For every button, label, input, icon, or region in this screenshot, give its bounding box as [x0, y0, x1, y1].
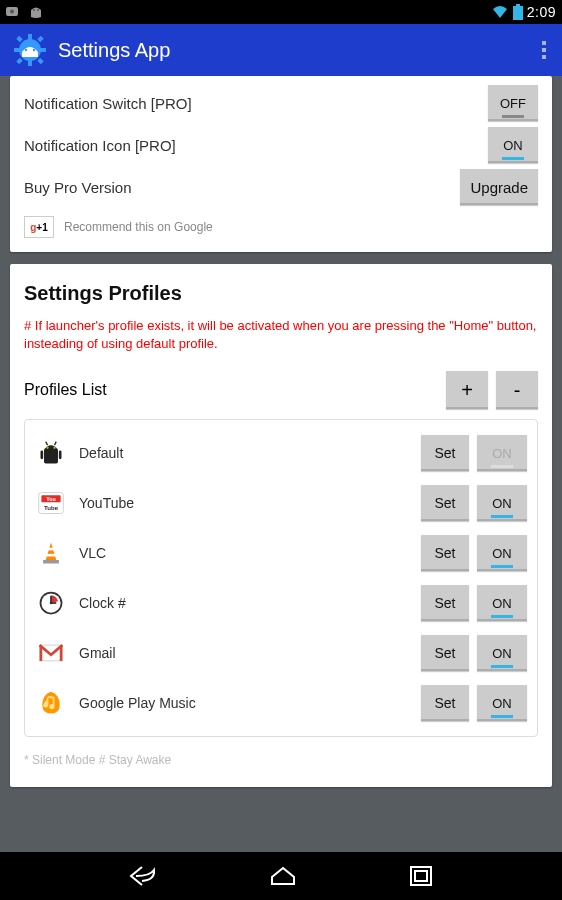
wifi-icon: [491, 5, 509, 19]
profile-name: Default: [79, 445, 409, 461]
profile-name: Gmail: [79, 645, 409, 661]
app-icon: [12, 32, 48, 68]
svg-rect-8: [28, 60, 32, 66]
android-icon: [35, 437, 67, 469]
profile-toggle[interactable]: ON: [477, 585, 527, 621]
setting-label: Buy Pro Version: [24, 179, 132, 196]
clock-icon: [35, 587, 67, 619]
svg-text:You: You: [46, 497, 56, 503]
home-button[interactable]: [268, 864, 298, 888]
back-button[interactable]: [128, 864, 158, 888]
remove-profile-button[interactable]: -: [496, 371, 538, 409]
vlc-icon: [35, 537, 67, 569]
profiles-card: Settings Profiles # If launcher's profil…: [10, 264, 552, 787]
recent-apps-button[interactable]: [408, 864, 434, 888]
svg-line-22: [55, 442, 57, 446]
list-item: YouTube YouTube Set ON: [35, 478, 527, 528]
svg-point-16: [33, 49, 35, 51]
play-music-icon: [35, 687, 67, 719]
svg-point-15: [25, 49, 27, 51]
app-title: Settings App: [58, 39, 538, 62]
svg-text:Tube: Tube: [44, 504, 59, 511]
legend-text: * Silent Mode # Stay Awake: [24, 753, 538, 767]
list-item: VLC Set ON: [35, 528, 527, 578]
profile-name: Clock #: [79, 595, 409, 611]
set-button[interactable]: Set: [421, 435, 469, 471]
google-plus-row[interactable]: g+1 Recommend this on Google: [24, 216, 538, 238]
svg-rect-17: [41, 451, 44, 460]
profiles-list-title: Profiles List: [24, 381, 107, 399]
setting-label: Notification Icon [PRO]: [24, 137, 176, 154]
profile-name: VLC: [79, 545, 409, 561]
setting-label: Notification Switch [PRO]: [24, 95, 192, 112]
svg-point-3: [37, 9, 39, 11]
android-debug-icon: [28, 5, 44, 19]
list-item: Default Set ON: [35, 428, 527, 478]
navigation-bar: [0, 852, 562, 900]
setting-row: Notification Switch [PRO] OFF: [24, 82, 538, 124]
svg-rect-13: [16, 58, 22, 64]
svg-line-21: [46, 442, 48, 446]
list-item: Clock # Set ON: [35, 578, 527, 628]
profiles-hint: # If launcher's profile exists, it will …: [24, 317, 538, 353]
profile-toggle[interactable]: ON: [477, 635, 527, 671]
gplus-badge-icon: g+1: [24, 216, 54, 238]
svg-point-1: [10, 10, 14, 14]
gplus-text: Recommend this on Google: [64, 220, 213, 234]
svg-rect-28: [47, 554, 56, 557]
upgrade-button[interactable]: Upgrade: [460, 169, 538, 205]
svg-rect-14: [37, 58, 43, 64]
set-button[interactable]: Set: [421, 685, 469, 721]
profile-toggle[interactable]: ON: [477, 485, 527, 521]
set-button[interactable]: Set: [421, 635, 469, 671]
top-settings-card: Notification Switch [PRO] OFF Notificati…: [10, 76, 552, 252]
svg-rect-5: [516, 4, 520, 6]
profile-name: Google Play Music: [79, 695, 409, 711]
notification-icon-toggle[interactable]: ON: [488, 127, 538, 163]
clock-time: 2:09: [527, 4, 556, 20]
svg-rect-4: [513, 6, 523, 20]
setting-row: Buy Pro Version Upgrade: [24, 166, 538, 208]
set-button[interactable]: Set: [421, 535, 469, 571]
youtube-icon: YouTube: [35, 487, 67, 519]
svg-rect-9: [14, 48, 20, 52]
profile-toggle[interactable]: ON: [477, 435, 527, 471]
notification-switch-toggle[interactable]: OFF: [488, 85, 538, 121]
app-bar: Settings App: [0, 24, 562, 76]
profile-name: YouTube: [79, 495, 409, 511]
overflow-menu-button[interactable]: [538, 37, 550, 63]
svg-point-19: [46, 447, 48, 449]
profile-toggle[interactable]: ON: [477, 685, 527, 721]
svg-rect-18: [59, 451, 62, 460]
svg-rect-10: [40, 48, 46, 52]
gmail-icon: [35, 637, 67, 669]
section-title: Settings Profiles: [24, 282, 538, 305]
set-button[interactable]: Set: [421, 485, 469, 521]
svg-rect-7: [28, 34, 32, 40]
svg-point-20: [53, 447, 55, 449]
profiles-list: Default Set ON YouTube YouTube Set ON VL…: [24, 419, 538, 737]
list-item: Google Play Music Set ON: [35, 678, 527, 728]
svg-rect-29: [43, 560, 59, 564]
svg-point-2: [33, 9, 35, 11]
svg-rect-11: [16, 36, 22, 42]
list-item: Gmail Set ON: [35, 628, 527, 678]
svg-point-34: [50, 602, 53, 605]
notification-icon: [6, 5, 22, 19]
status-bar: 2:09: [0, 0, 562, 24]
add-profile-button[interactable]: +: [446, 371, 488, 409]
svg-rect-37: [415, 871, 427, 881]
setting-row: Notification Icon [PRO] ON: [24, 124, 538, 166]
battery-icon: [513, 4, 523, 20]
profile-toggle[interactable]: ON: [477, 535, 527, 571]
set-button[interactable]: Set: [421, 585, 469, 621]
svg-rect-12: [37, 36, 43, 42]
svg-rect-27: [48, 548, 55, 551]
